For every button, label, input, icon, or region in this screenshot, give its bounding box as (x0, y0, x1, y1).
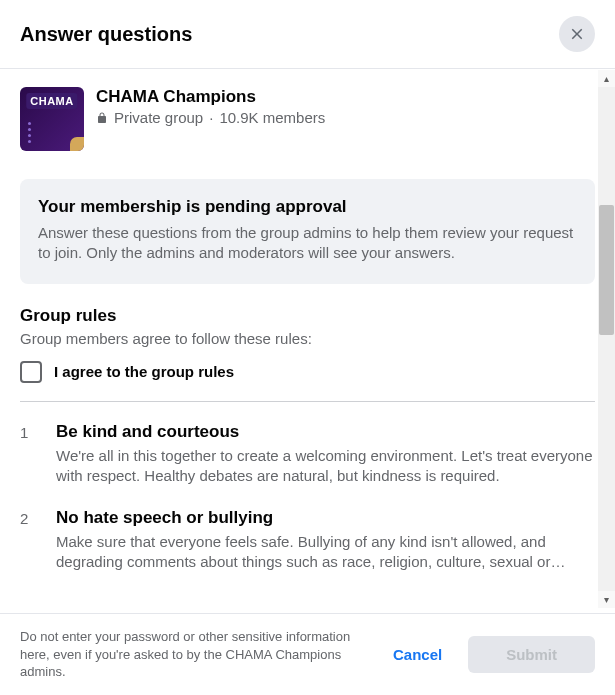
rule-description: We're all in this together to create a w… (56, 446, 595, 487)
group-privacy: Private group (114, 109, 203, 126)
rule-number: 1 (20, 422, 32, 487)
scrollbar[interactable]: ▴ ▾ (598, 70, 615, 608)
group-thumbnail-decoration (70, 137, 84, 151)
rule-item: 1 Be kind and courteous We're all in thi… (20, 422, 595, 487)
pending-title: Your membership is pending approval (38, 197, 577, 217)
rule-item: 2 No hate speech or bullying Make sure t… (20, 508, 595, 573)
footer-warning: Do not enter your password or other sens… (20, 628, 367, 681)
rule-title: No hate speech or bullying (56, 508, 595, 528)
dialog-header: Answer questions (0, 0, 615, 69)
group-thumbnail: CHAMA (20, 87, 84, 151)
rules-subtitle: Group members agree to follow these rule… (20, 330, 595, 347)
group-info: CHAMA CHAMA Champions Private group · 10… (0, 69, 615, 167)
group-thumbnail-decoration (28, 122, 31, 143)
lock-icon (96, 112, 108, 124)
scrollbar-thumb[interactable] (599, 205, 614, 335)
dialog-footer: Do not enter your password or other sens… (0, 613, 615, 695)
scroll-down-arrow[interactable]: ▾ (598, 591, 615, 608)
content: Your membership is pending approval Answ… (0, 167, 615, 607)
scroll-area[interactable]: CHAMA CHAMA Champions Private group · 10… (0, 69, 615, 607)
rule-description: Make sure that everyone feels safe. Bull… (56, 532, 595, 573)
close-button[interactable] (559, 16, 595, 52)
group-meta: CHAMA Champions Private group · 10.9K me… (96, 87, 325, 126)
agree-checkbox[interactable] (20, 361, 42, 383)
rule-number: 2 (20, 508, 32, 573)
group-name: CHAMA Champions (96, 87, 325, 107)
dialog-title: Answer questions (20, 23, 192, 46)
agree-label[interactable]: I agree to the group rules (54, 363, 234, 380)
cancel-button[interactable]: Cancel (379, 636, 456, 673)
scroll-up-arrow[interactable]: ▴ (598, 70, 615, 87)
submit-button[interactable]: Submit (468, 636, 595, 673)
group-members-count: 10.9K members (219, 109, 325, 126)
pending-approval-box: Your membership is pending approval Answ… (20, 179, 595, 284)
scrollbar-track[interactable] (598, 87, 615, 591)
rules-title: Group rules (20, 306, 595, 326)
agree-row: I agree to the group rules (20, 361, 595, 402)
close-icon (568, 25, 586, 43)
group-thumbnail-label: CHAMA (26, 93, 77, 109)
pending-description: Answer these questions from the group ad… (38, 223, 577, 264)
rules-section: Group rules Group members agree to follo… (20, 306, 595, 573)
rule-body: Be kind and courteous We're all in this … (56, 422, 595, 487)
group-subtitle: Private group · 10.9K members (96, 109, 325, 126)
separator: · (209, 109, 213, 126)
rule-title: Be kind and courteous (56, 422, 595, 442)
rule-body: No hate speech or bullying Make sure tha… (56, 508, 595, 573)
